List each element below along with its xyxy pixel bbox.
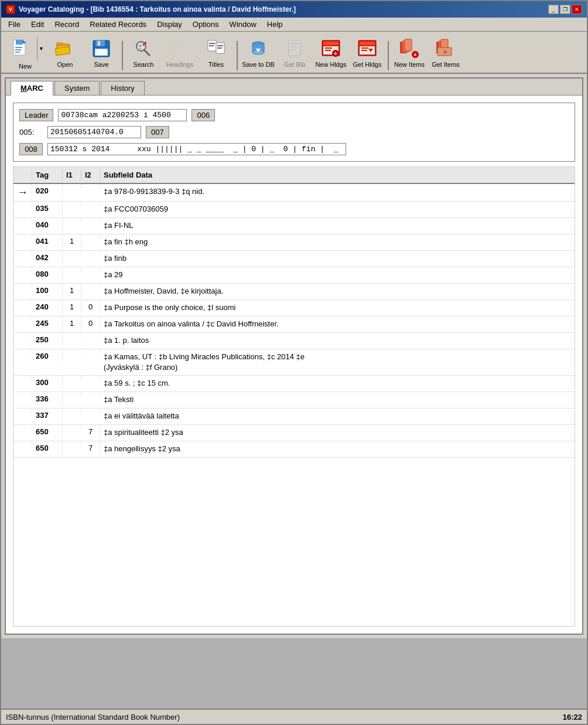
- menu-file[interactable]: File: [4, 19, 25, 30]
- row-tag: 300: [32, 376, 63, 389]
- menu-window[interactable]: Window: [225, 19, 261, 30]
- fixed-fields: Leader 006 005: 007 008: [13, 103, 575, 162]
- svg-rect-42: [325, 47, 332, 49]
- table-row[interactable]: 042‡a finb: [13, 251, 575, 267]
- tab-history[interactable]: History: [101, 81, 144, 95]
- header-tag: Tag: [32, 169, 63, 181]
- row-arrow: [13, 441, 32, 446]
- svg-rect-14: [98, 41, 100, 46]
- svg-text:+: +: [334, 50, 337, 57]
- get-items-button[interactable]: Get Items: [429, 35, 463, 70]
- titles-button[interactable]: Titles: [199, 35, 233, 70]
- svg-text:?: ?: [139, 44, 142, 50]
- get-hldgs-label: Get Hldgs: [353, 61, 382, 68]
- row-subfield: ‡a hengellisyys ‡2 ysa: [100, 441, 575, 457]
- row-arrow: [13, 425, 32, 430]
- row-arrow: [13, 234, 32, 239]
- row-arrow: [13, 333, 32, 338]
- header-subfield: Subfield Data: [100, 169, 575, 181]
- table-row[interactable]: 300‡a 59 s. ; ‡c 15 cm.: [13, 376, 575, 392]
- table-row[interactable]: 336‡a Teksti: [13, 392, 575, 409]
- new-hldgs-button[interactable]: + New Hldgs: [314, 35, 348, 70]
- row-i1: [63, 425, 81, 430]
- svg-rect-36: [290, 43, 299, 45]
- menu-record[interactable]: Record: [50, 19, 84, 30]
- close-button[interactable]: ✕: [572, 5, 582, 14]
- row-i2: [81, 376, 100, 380]
- row-tag: 337: [32, 409, 63, 422]
- table-row[interactable]: →020‡a 978-0-9913839-9-3 ‡q nid.: [13, 184, 575, 202]
- search-icon: ?: [132, 38, 155, 60]
- field-008-input[interactable]: [47, 143, 346, 155]
- table-row[interactable]: 6507‡a hengellisyys ‡2 ysa: [13, 441, 575, 458]
- row-i2: 0: [81, 316, 100, 330]
- row-subfield: ‡a ei välittävää laitetta: [100, 409, 575, 424]
- row-tag: 020: [32, 184, 63, 198]
- window-title: Voyager Cataloging - [Bib 1436554 : Tark…: [19, 5, 296, 13]
- title-bar-buttons: _ ❐ ✕: [548, 5, 582, 14]
- table-row[interactable]: 250‡a 1. p. laitos: [13, 333, 575, 349]
- svg-rect-6: [15, 49, 21, 50]
- menu-related-records[interactable]: Related Records: [85, 19, 151, 30]
- tag-006-button[interactable]: 006: [192, 109, 215, 121]
- tab-system[interactable]: System: [54, 81, 100, 95]
- row-subfield: ‡a FI-NL: [100, 218, 575, 233]
- open-icon: [54, 38, 76, 60]
- get-hldgs-button[interactable]: Get Hldgs: [350, 35, 384, 70]
- table-row[interactable]: 035‡a FCC007036059: [13, 202, 575, 218]
- save-to-db-button[interactable]: Save to DB: [241, 35, 275, 70]
- menu-options[interactable]: Options: [188, 19, 224, 30]
- row-arrow: [13, 267, 32, 272]
- new-items-icon: +: [398, 38, 421, 60]
- table-row[interactable]: 080‡a 29: [13, 267, 575, 284]
- save-button[interactable]: Save: [84, 35, 118, 70]
- field-005-input[interactable]: [47, 126, 141, 138]
- row-tag: 040: [32, 218, 63, 232]
- row-arrow: [13, 284, 32, 288]
- status-bar: ISBN-tunnus (International Standard Book…: [1, 709, 587, 724]
- row-subfield: ‡a 978-0-9913839-9-3 ‡q nid.: [100, 184, 575, 199]
- minimize-button[interactable]: _: [548, 5, 559, 14]
- toolbar: ▼ New Open: [1, 32, 587, 74]
- table-row[interactable]: 24510‡a Tarkoitus on ainoa valinta / ‡c …: [13, 316, 575, 333]
- search-label: Search: [134, 61, 154, 68]
- tab-marc[interactable]: MARC: [11, 81, 53, 96]
- row-i1: [63, 184, 81, 189]
- table-row[interactable]: 0411‡a fin ‡h eng: [13, 234, 575, 251]
- field-005-label: 005:: [19, 128, 43, 137]
- table-row[interactable]: 24010‡a Purpose is the only choice, ‡l s…: [13, 300, 575, 316]
- row-tag: 250: [32, 333, 63, 346]
- table-row[interactable]: 337‡a ei välittävää laitetta: [13, 409, 575, 425]
- table-row[interactable]: 260‡a Kamas, UT : ‡b Living Miracles Pub…: [13, 349, 575, 376]
- new-button[interactable]: ▼ New: [5, 35, 46, 70]
- row-i2: [81, 202, 100, 206]
- get-bib-button[interactable]: Get Bib: [278, 35, 312, 70]
- new-items-button[interactable]: + New Items: [392, 35, 426, 70]
- titles-icon: [205, 38, 227, 60]
- leader-input[interactable]: [58, 109, 187, 121]
- table-row[interactable]: 6507‡a spiritualiteetti ‡2 ysa: [13, 425, 575, 441]
- restore-button[interactable]: ❐: [560, 5, 570, 14]
- row-subfield: ‡a 29: [100, 267, 575, 282]
- row-arrow: [13, 409, 32, 413]
- main-window: V Voyager Cataloging - [Bib 1436554 : Ta…: [0, 0, 588, 725]
- open-button[interactable]: Open: [48, 35, 82, 70]
- tag-007-button[interactable]: 007: [146, 126, 169, 138]
- menu-help[interactable]: Help: [262, 19, 288, 30]
- search-button[interactable]: ? Search: [127, 35, 160, 70]
- leader-button[interactable]: Leader: [19, 109, 53, 121]
- toolbar-separator-3: [388, 41, 389, 70]
- row-arrow: [13, 218, 32, 223]
- table-row[interactable]: 040‡a FI-NL: [13, 218, 575, 234]
- table-row[interactable]: 1001‡a Hoffmeister, David, ‡e kirjoittaj…: [13, 284, 575, 300]
- menu-edit[interactable]: Edit: [26, 19, 49, 30]
- menu-display[interactable]: Display: [152, 19, 187, 30]
- headings-button[interactable]: Headings: [163, 35, 197, 70]
- row-i2: [81, 218, 100, 223]
- svg-text:V: V: [9, 6, 12, 12]
- tag-008-button[interactable]: 008: [19, 143, 43, 155]
- titles-label: Titles: [208, 61, 224, 68]
- status-text: ISBN-tunnus (International Standard Book…: [6, 713, 180, 721]
- svg-rect-38: [290, 49, 296, 50]
- svg-rect-47: [360, 42, 375, 45]
